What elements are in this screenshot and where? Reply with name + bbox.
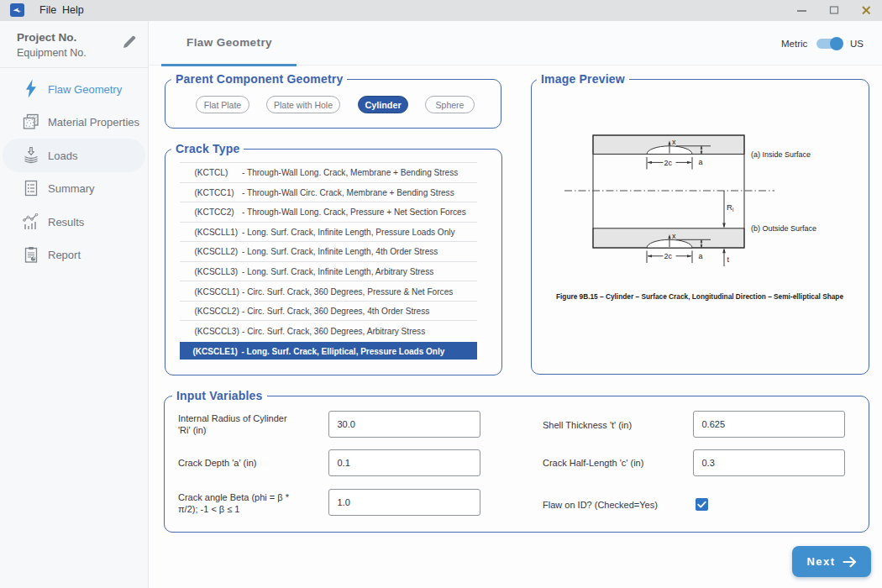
svg-text:(b) Outside Surface: (b) Outside Surface [751,223,816,232]
svg-text:a: a [698,158,702,166]
svg-text:2c: 2c [664,252,672,260]
svg-text:Ri: Ri [727,202,733,213]
svg-text:t: t [727,255,729,263]
svg-text:Figure 9B.15 – Cylinder – Surf: Figure 9B.15 – Cylinder – Surface Crack,… [555,291,843,300]
svg-text:x: x [672,138,676,146]
svg-text:2c: 2c [664,158,672,166]
svg-text:(a) Inside Surface: (a) Inside Surface [751,150,811,158]
svg-text:x: x [672,231,676,239]
svg-text:a: a [698,251,702,260]
